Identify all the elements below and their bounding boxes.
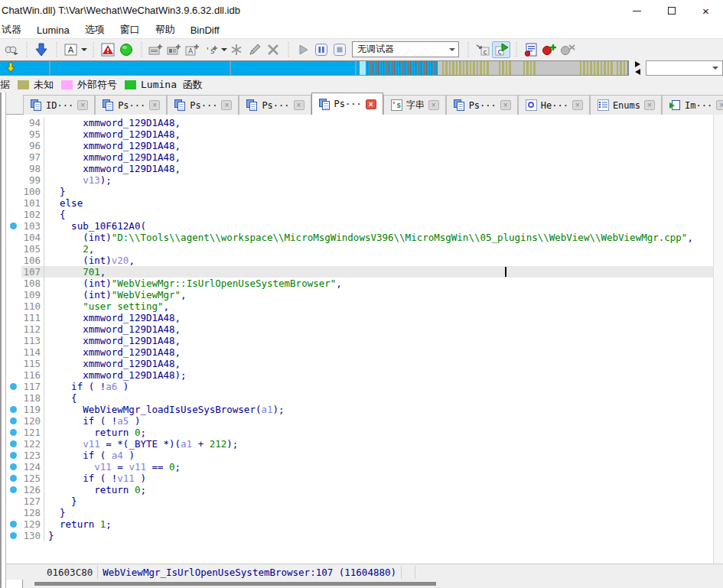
code-line-body[interactable]: 127 } bbox=[21, 495, 713, 507]
code-line[interactable]: 105 2, bbox=[6, 243, 713, 255]
code-line[interactable]: 124 v11 = v11 == 0; bbox=[6, 461, 713, 473]
code-line-body[interactable]: 115 xmmword_129D1A48, bbox=[21, 358, 713, 369]
gutter-margin[interactable] bbox=[6, 369, 21, 381]
gutter-margin[interactable] bbox=[6, 151, 21, 163]
tab-8[interactable]: Enums× bbox=[590, 95, 662, 115]
string-dropdown-caret-icon[interactable] bbox=[221, 48, 227, 51]
breakpoint-dot-icon[interactable] bbox=[6, 473, 21, 484]
code-line-body[interactable]: 95 xmmword_129D1A48, bbox=[21, 128, 713, 140]
tab-1[interactable]: Ps···× bbox=[95, 95, 167, 115]
code-line[interactable]: 121 return 0; bbox=[6, 427, 713, 438]
code-line[interactable]: 102 { bbox=[6, 209, 713, 220]
gutter-margin[interactable] bbox=[6, 392, 21, 404]
code-line[interactable]: 127 } bbox=[6, 495, 713, 507]
code-line[interactable]: 96 xmmword_129D1A48, bbox=[6, 140, 713, 151]
line-number[interactable]: 115 bbox=[21, 358, 44, 369]
breakpoint-list-icon[interactable] bbox=[522, 41, 540, 58]
close-tab-icon[interactable]: × bbox=[716, 100, 723, 110]
tab-5[interactable]: 's字串× bbox=[383, 95, 446, 115]
gutter-margin[interactable] bbox=[6, 335, 21, 346]
code-line-body[interactable]: 123 if ( a4 ) bbox=[21, 450, 713, 461]
line-number[interactable]: 107 bbox=[21, 266, 44, 278]
gutter-margin[interactable] bbox=[6, 174, 21, 186]
line-number[interactable]: 114 bbox=[21, 346, 44, 358]
code-line[interactable]: 108 (int)"WebViewMgr::IsUrlOpenUseSystem… bbox=[6, 278, 713, 289]
horizontal-scrollbar-thumb[interactable] bbox=[34, 582, 436, 586]
make-code-icon[interactable] bbox=[147, 41, 165, 58]
breakpoint-dot-icon[interactable] bbox=[6, 450, 21, 461]
breakpoint-dot-icon[interactable] bbox=[6, 461, 21, 473]
code-line[interactable]: 123 if ( a4 ) bbox=[6, 450, 713, 461]
rename-icon[interactable]: A bbox=[62, 41, 80, 58]
code-line-body[interactable]: 107 701, bbox=[21, 266, 713, 278]
code-line[interactable]: 113 xmmword_129D1A48, bbox=[6, 335, 713, 346]
line-number[interactable]: 116 bbox=[21, 369, 44, 381]
menu-item-0[interactable]: 试器 bbox=[0, 21, 29, 38]
gutter-margin[interactable] bbox=[6, 495, 21, 507]
gutter-margin[interactable] bbox=[6, 278, 21, 289]
gutter-margin[interactable] bbox=[6, 209, 21, 220]
gutter-margin[interactable] bbox=[6, 507, 21, 518]
tab-3[interactable]: Ps···× bbox=[239, 95, 311, 115]
pseudocode-view[interactable]: 94 xmmword_129D1A48,95 xmmword_129D1A48,… bbox=[0, 115, 723, 564]
line-number[interactable]: 122 bbox=[21, 438, 44, 450]
vertical-scrollbar[interactable] bbox=[713, 115, 723, 564]
code-line-body[interactable]: 116 xmmword_129D1A48); bbox=[21, 369, 713, 381]
code-line[interactable]: 120 if ( !a5 ) bbox=[6, 415, 713, 427]
code-line[interactable]: 116 xmmword_129D1A48); bbox=[6, 369, 713, 381]
code-line-body[interactable]: 96 xmmword_129D1A48, bbox=[21, 140, 713, 151]
code-line-body[interactable]: 109 (int)"WebViewMgr", bbox=[21, 289, 713, 300]
code-line-body[interactable]: 129 return 1; bbox=[21, 518, 713, 530]
close-tab-icon[interactable]: × bbox=[221, 100, 232, 110]
code-line-body[interactable]: 101 else bbox=[21, 197, 713, 209]
code-line-body[interactable]: 106 (int)v20, bbox=[21, 255, 713, 266]
code-line-body[interactable]: 122 v11 = *(_BYTE *)(a1 + 212); bbox=[21, 438, 713, 450]
ok-circle-icon[interactable] bbox=[117, 41, 135, 58]
code-line-body[interactable]: 97 xmmword_129D1A48, bbox=[21, 151, 713, 163]
code-line[interactable]: 122 v11 = *(_BYTE *)(a1 + 212); bbox=[6, 438, 713, 450]
breakpoint-dot-icon[interactable] bbox=[6, 530, 21, 541]
code-line-body[interactable]: 120 if ( !a5 ) bbox=[21, 415, 713, 427]
code-line-body[interactable]: 111 xmmword_129D1A48, bbox=[21, 312, 713, 323]
line-number[interactable]: 128 bbox=[21, 507, 44, 518]
line-number[interactable]: 130 bbox=[21, 530, 44, 541]
menu-item-4[interactable]: 帮助 bbox=[148, 21, 183, 38]
code-line-body[interactable]: 124 v11 = v11 == 0; bbox=[21, 461, 713, 473]
line-number[interactable]: 118 bbox=[21, 392, 44, 404]
line-number[interactable]: 105 bbox=[21, 243, 44, 255]
gutter-margin[interactable] bbox=[6, 243, 21, 255]
tab-2[interactable]: Ps···× bbox=[167, 95, 239, 115]
code-line[interactable]: 104 (int)"D:\\Tools\\agent\\workspace\\M… bbox=[6, 232, 713, 243]
code-line[interactable]: 125 if ( !v11 ) bbox=[6, 473, 713, 484]
code-line-body[interactable]: 110 "user setting", bbox=[21, 300, 713, 312]
code-line[interactable]: 107 701, bbox=[6, 266, 713, 278]
breakpoint-dot-icon[interactable] bbox=[6, 438, 21, 450]
pause-process-icon[interactable] bbox=[312, 41, 331, 58]
code-line[interactable]: 100 } bbox=[6, 186, 713, 197]
code-line[interactable]: 99 v13); bbox=[6, 174, 713, 186]
gutter-margin[interactable] bbox=[6, 128, 21, 140]
code-line-body[interactable]: 114 xmmword_129D1A48, bbox=[21, 346, 713, 358]
code-line-body[interactable]: 102 { bbox=[21, 209, 713, 220]
line-number[interactable]: 106 bbox=[21, 255, 44, 266]
code-line-body[interactable]: 121 return 0; bbox=[21, 427, 713, 438]
close-tab-icon[interactable]: × bbox=[500, 100, 511, 110]
menu-item-2[interactable]: 选项 bbox=[77, 21, 112, 38]
gutter-margin[interactable] bbox=[6, 140, 21, 151]
close-tab-icon[interactable]: × bbox=[294, 100, 305, 110]
code-line[interactable]: 112 xmmword_129D1A48, bbox=[6, 323, 713, 335]
make-name-icon[interactable]: A bbox=[184, 41, 202, 58]
gutter-margin[interactable] bbox=[6, 300, 21, 312]
scroll-left-icon[interactable] bbox=[635, 69, 640, 75]
undefine-snowflake-icon[interactable] bbox=[227, 41, 246, 58]
close-button[interactable]: × bbox=[689, 0, 723, 21]
code-line-body[interactable]: 98 xmmword_129D1A48, bbox=[21, 163, 713, 174]
close-tab-icon[interactable]: × bbox=[366, 99, 376, 109]
continue-process-icon[interactable]: c bbox=[492, 41, 510, 58]
gutter-margin[interactable] bbox=[6, 197, 21, 209]
code-line[interactable]: 98 xmmword_129D1A48, bbox=[6, 163, 713, 174]
code-line-body[interactable]: 100 } bbox=[21, 186, 713, 197]
code-line-body[interactable]: 113 xmmword_129D1A48, bbox=[21, 335, 713, 346]
stop-process-icon[interactable] bbox=[331, 41, 349, 58]
tab-7[interactable]: He···× bbox=[518, 95, 590, 115]
